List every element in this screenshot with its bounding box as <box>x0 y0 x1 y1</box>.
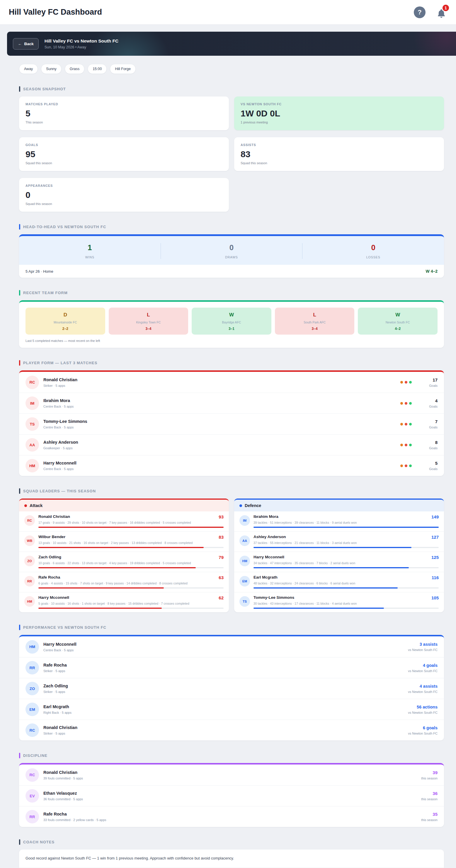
squad-leaders-grid: Attack RC Ronald Christian 93 17 goals ·… <box>19 498 444 612</box>
progress-fill <box>38 587 164 589</box>
player-stat-value: 8 <box>420 440 437 445</box>
h2h-stat-value: 0 <box>302 243 444 252</box>
avatar: RR <box>24 576 35 587</box>
coach-note: Good record against Newton South FC — 1 … <box>19 849 444 867</box>
form-dot-icon <box>409 465 412 467</box>
stat-label: MATCHES PLAYED <box>26 102 222 106</box>
form-tile: D Mountainside FC 2–2 <box>26 308 105 335</box>
player-stat-unit: Goals <box>420 426 437 429</box>
progress-track <box>254 527 439 528</box>
player-stat-value: 17 <box>420 377 437 382</box>
accent-bar <box>19 625 20 630</box>
discipline-row: RC Ronald Christian 39 fouls committed ·… <box>19 765 444 785</box>
progress-fill <box>254 608 384 609</box>
form-score: 3–1 <box>194 327 269 331</box>
form-result: L <box>111 312 186 318</box>
section-coach-notes: COACH NOTES <box>19 839 444 845</box>
avatar: TS <box>239 596 250 607</box>
match-subtitle: Sun, 10 May 2026 • Away <box>44 45 119 49</box>
stat-value: 0 <box>26 190 222 200</box>
avatar: TS <box>26 417 39 431</box>
progress-track <box>38 547 224 548</box>
h2h-match-result: W 4–2 <box>426 269 437 274</box>
avatar: AA <box>239 535 250 546</box>
notifications-button[interactable]: 1 <box>435 6 447 19</box>
form-dots <box>400 465 412 467</box>
defence-card-header: Defence <box>234 500 444 512</box>
leader-value: 116 <box>432 575 439 580</box>
h2h-stat-value: 1 <box>19 243 161 252</box>
page-title: Hill Valley FC Dashboard <box>9 8 102 17</box>
player-meta: 39 fouls committed · 5 apps <box>43 776 420 780</box>
player-meta: Centre Back · 5 apps <box>43 426 400 429</box>
player-name: Wilbur Bender <box>38 535 65 539</box>
leader-row: IM Ibrahim Mora 149 39 tackles · 51 inte… <box>234 512 444 531</box>
player-stat-unit: Goals <box>420 384 437 388</box>
player-meta: 33 fouls committed · 2 yellow cards · 5 … <box>43 818 420 822</box>
h2h-stats: 1 WINS 0 DRAWS 0 LOSSES <box>19 236 444 265</box>
player-name: Earl Mcgrath <box>43 704 408 709</box>
avatar: ZO <box>26 682 39 695</box>
attack-rows: RC Ronald Christian 93 17 goals · 9 assi… <box>19 512 229 612</box>
avatar: RR <box>26 661 39 675</box>
discipline-sub: this season <box>420 797 437 801</box>
player-name: Earl Mcgrath <box>254 575 278 580</box>
stat-label: ASSISTS <box>240 143 437 147</box>
h2h-match-date: 5 Apr 26 · Home <box>26 269 53 274</box>
player-meta: Centre Back · 5 apps <box>43 648 408 652</box>
stat-sub: Squad this season <box>26 161 222 165</box>
player-name: Tommy-Lee Simmons <box>254 595 294 600</box>
back-arrow-icon: ← <box>18 42 22 46</box>
performance-sub: vs Newton South FC <box>408 648 437 652</box>
discipline-value: 39 <box>420 770 437 775</box>
form-dots <box>400 423 412 426</box>
performance-sub: vs Newton South FC <box>408 690 437 693</box>
leader-row: HM Harry Mcconnell 62 5 goals · 10 assis… <box>19 592 229 612</box>
form-club: Newton South FC <box>360 320 435 324</box>
form-tile: L Kingsley Town FC 3–4 <box>109 308 189 335</box>
discipline-value: 36 <box>420 791 437 796</box>
leader-stats: 34 tackles · 47 interceptions · 35 clear… <box>254 561 439 565</box>
leader-value: 62 <box>219 595 224 600</box>
help-icon[interactable]: ? <box>414 6 426 18</box>
h2h-last-match-row: 5 Apr 26 · Home W 4–2 <box>19 265 444 278</box>
leader-stats: 10 goals · 6 assists · 22 shots · 13 sho… <box>38 561 224 565</box>
avatar: AA <box>26 438 39 452</box>
performance-row: RR Rafe Rocha Striker · 5 apps 4 goals v… <box>19 657 444 678</box>
player-name: Tommy-Lee Simmons <box>43 419 400 424</box>
section-season-snapshot: SEASON SNAPSHOT <box>19 86 444 92</box>
section-performance: PERFORMANCE VS NEWTON SOUTH FC <box>19 625 444 630</box>
match-tag-chip: Sunny <box>41 64 61 74</box>
performance-value: 3 assists <box>408 642 437 647</box>
avatar: RR <box>26 810 39 824</box>
leader-row: HM Harry Mcconnell 125 34 tackles · 47 i… <box>234 552 444 572</box>
progress-track <box>38 587 224 589</box>
player-form-row: TS Tommy-Lee Simmons Centre Back · 5 app… <box>19 413 444 434</box>
leader-value: 93 <box>219 514 224 519</box>
player-stat-unit: Goals <box>420 467 437 471</box>
h2h-stat: 0 DRAWS <box>161 243 302 259</box>
back-button[interactable]: ← Back <box>13 38 39 50</box>
discipline-row: EV Ethan Velasquez 36 fouls committed · … <box>19 785 444 806</box>
player-meta: Striker · 5 apps <box>43 669 408 673</box>
leader-value: 63 <box>219 575 224 580</box>
form-dot-icon <box>405 465 408 467</box>
leader-row: EM Earl Mcgrath 116 48 tackles · 32 inte… <box>234 572 444 592</box>
section-squad-leaders: SQUAD LEADERS — THIS SEASON <box>19 488 444 494</box>
performance-sub: vs Newton South FC <box>408 711 437 714</box>
form-dots <box>400 444 412 446</box>
form-dot-icon <box>405 444 408 446</box>
stat-card: GOALS 95 Squad this season <box>19 137 229 171</box>
notification-badge: 1 <box>442 4 450 12</box>
section-title: COACH NOTES <box>23 840 55 844</box>
discipline-row: RR Rafe Rocha 33 fouls committed · 2 yel… <box>19 806 444 827</box>
accent-bar <box>19 753 20 758</box>
match-title: Hill Valley FC vs Newton South FC <box>44 38 119 44</box>
back-label: Back <box>24 42 34 46</box>
avatar: RC <box>24 515 35 526</box>
leader-stats: 37 tackles · 55 interceptions · 21 clear… <box>254 541 439 545</box>
progress-fill <box>254 587 398 589</box>
player-name: Harry Mcconnell <box>43 461 400 465</box>
recent-form-card: D Mountainside FC 2–2 L Kingsley Town FC… <box>19 300 444 348</box>
avatar: RC <box>26 768 39 782</box>
